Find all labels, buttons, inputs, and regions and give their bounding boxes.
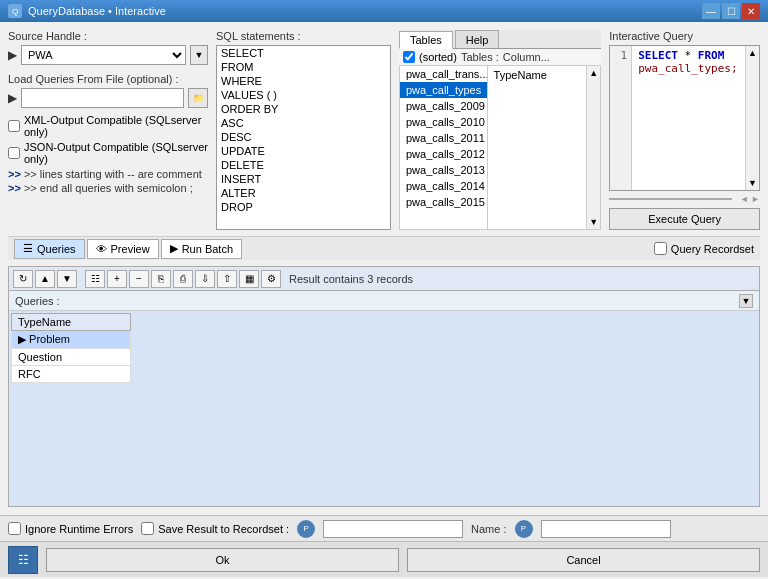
sql-item-asc[interactable]: ASC <box>217 116 390 130</box>
left-panel: Source Handle : ▶ PWA ▼ Load Queries Fro… <box>8 30 208 230</box>
filter-btn[interactable]: ▦ <box>239 270 259 288</box>
query-scroll-bar[interactable]: ▲ ▼ <box>745 46 759 190</box>
json-checkbox[interactable] <box>8 147 20 159</box>
scroll-down[interactable]: ▼ <box>589 217 598 227</box>
export-btn[interactable]: ⇩ <box>195 270 215 288</box>
down-btn[interactable]: ▼ <box>57 270 77 288</box>
info-text1: >> lines starting with -- are comment <box>24 168 202 180</box>
table-item-pwa-calls-2010[interactable]: pwa_calls_2010 <box>400 114 487 130</box>
save-result-section: Save Result to Recordset : <box>141 522 289 535</box>
cell-typename: RFC <box>12 366 131 383</box>
results-section: ↻ ▲ ▼ ☷ + − ⎘ ⎙ ⇩ ⇧ ▦ ⚙ Result contains … <box>8 266 760 507</box>
ok-button[interactable]: Ok <box>46 548 399 572</box>
tab-help[interactable]: Help <box>455 30 500 48</box>
settings-btn[interactable]: ⚙ <box>261 270 281 288</box>
close-button[interactable]: ✕ <box>742 3 760 19</box>
table-item-pwa-call-types[interactable]: pwa_call_types <box>400 82 487 98</box>
tab-queries[interactable]: ☰ Queries <box>14 239 85 259</box>
query-scroll-indicator: ◄ ► <box>740 194 760 204</box>
results-data-area: TypeName ▶ Problem Question RFC <box>9 311 759 506</box>
line-number-1: 1 <box>614 49 627 62</box>
sql-item-desc[interactable]: DESC <box>217 130 390 144</box>
name-input[interactable] <box>541 520 671 538</box>
table-item-pwa-call-trans[interactable]: pwa_call_trans... <box>400 66 487 82</box>
query-scroll-down[interactable]: ▼ <box>746 176 759 190</box>
load-arrow-icon: ▶ <box>8 91 17 105</box>
sql-item-where[interactable]: WHERE <box>217 74 390 88</box>
sql-item-delete[interactable]: DELETE <box>217 158 390 172</box>
cancel-button[interactable]: Cancel <box>407 548 760 572</box>
top-section: Source Handle : ▶ PWA ▼ Load Queries Fro… <box>8 30 760 230</box>
table-row[interactable]: RFC <box>12 366 131 383</box>
action-icon-area[interactable]: ☷ <box>8 546 38 574</box>
cell-typename: Question <box>12 349 131 366</box>
col-header-typename[interactable]: TypeName <box>12 314 131 331</box>
sql-item-select[interactable]: SELECT <box>217 46 390 60</box>
delete-btn[interactable]: − <box>129 270 149 288</box>
scroll-bar[interactable]: ▲ ▼ <box>586 66 600 229</box>
table-item-pwa-calls-2015[interactable]: pwa_calls_2015 <box>400 194 487 210</box>
tab-preview[interactable]: 👁 Preview <box>87 239 159 259</box>
query-scroll-up[interactable]: ▲ <box>746 46 759 60</box>
table-item-pwa-calls-2011[interactable]: pwa_calls_2011 <box>400 130 487 146</box>
keyword-select: SELECT <box>638 49 678 62</box>
table-row[interactable]: Question <box>12 349 131 366</box>
query-text-area[interactable]: SELECT * FROM pwa_call_types; <box>632 46 745 190</box>
table-row[interactable]: ▶ Problem <box>12 331 131 349</box>
tables-list[interactable]: pwa_call_trans... pwa_call_types pwa_cal… <box>400 66 487 229</box>
table-item-pwa-calls-2013[interactable]: pwa_calls_2013 <box>400 162 487 178</box>
refresh-btn[interactable]: ↻ <box>13 270 33 288</box>
table-item-pwa-calls-2012[interactable]: pwa_calls_2012 <box>400 146 487 162</box>
sql-item-update[interactable]: UPDATE <box>217 144 390 158</box>
save-result-icon-btn[interactable]: P <box>297 520 315 538</box>
col-header-column[interactable]: Column... <box>503 51 550 63</box>
sorted-label: (sorted) <box>419 51 457 63</box>
sql-statements-panel: SQL statements : SELECT FROM WHERE VALUE… <box>216 30 391 230</box>
grid-btn[interactable]: ☷ <box>85 270 105 288</box>
xml-checkbox[interactable] <box>8 120 20 132</box>
info-line1: >> >> lines starting with -- are comment <box>8 168 208 180</box>
paste-btn[interactable]: ⎙ <box>173 270 193 288</box>
query-recordset-checkbox[interactable] <box>654 242 667 255</box>
source-arrow-icon: ▶ <box>8 48 17 62</box>
table-item-pwa-calls-2009[interactable]: pwa_calls_2009 <box>400 98 487 114</box>
minimize-button[interactable]: — <box>702 3 720 19</box>
import-btn[interactable]: ⇧ <box>217 270 237 288</box>
tab-tables[interactable]: Tables <box>399 31 453 49</box>
tab-run-batch[interactable]: ▶ Run Batch <box>161 239 242 259</box>
json-checkbox-label: JSON-Output Compatible (SQLserver only) <box>24 141 208 165</box>
name-icon-btn[interactable]: P <box>515 520 533 538</box>
queries-scroll-btn[interactable]: ▼ <box>739 294 753 308</box>
save-result-checkbox[interactable] <box>141 522 154 535</box>
source-handle-select[interactable]: PWA <box>21 45 186 65</box>
file-browse-btn[interactable]: 📁 <box>188 88 208 108</box>
action-bar: ☷ Ok Cancel <box>0 541 768 577</box>
add-btn[interactable]: + <box>107 270 127 288</box>
col-header-tables[interactable]: Tables : <box>461 51 499 63</box>
load-queries-input[interactable] <box>21 88 184 108</box>
maximize-button[interactable]: ☐ <box>722 3 740 19</box>
up-btn[interactable]: ▲ <box>35 270 55 288</box>
tables-tabs: Tables Help <box>399 30 601 49</box>
source-dropdown-btn[interactable]: ▼ <box>190 45 208 65</box>
xml-checkbox-row: XML-Output Compatible (SQLserver only) <box>8 114 208 138</box>
results-toolbar: ↻ ▲ ▼ ☷ + − ⎘ ⎙ ⇩ ⇧ ▦ ⚙ Result contains … <box>9 267 759 291</box>
query-star: * <box>685 49 698 62</box>
execute-query-button[interactable]: Execute Query <box>609 208 760 230</box>
ignore-errors-checkbox[interactable] <box>8 522 21 535</box>
save-result-label: Save Result to Recordset : <box>158 523 289 535</box>
sql-item-orderby[interactable]: ORDER BY <box>217 102 390 116</box>
scroll-up[interactable]: ▲ <box>589 68 598 78</box>
sql-item-from[interactable]: FROM <box>217 60 390 74</box>
sql-statements-list[interactable]: SELECT FROM WHERE VALUES ( ) ORDER BY AS… <box>216 45 391 230</box>
sql-item-drop[interactable]: DROP <box>217 200 390 214</box>
table-item-pwa-calls-2014[interactable]: pwa_calls_2014 <box>400 178 487 194</box>
copy-btn[interactable]: ⎘ <box>151 270 171 288</box>
sorted-checkbox[interactable] <box>403 51 415 63</box>
window-title: QueryDatabase • Interactive <box>28 5 166 17</box>
save-result-input[interactable] <box>323 520 463 538</box>
sql-item-alter[interactable]: ALTER <box>217 186 390 200</box>
sql-item-values[interactable]: VALUES ( ) <box>217 88 390 102</box>
query-recordset-label-text: Query Recordset <box>671 243 754 255</box>
sql-item-insert[interactable]: INSERT <box>217 172 390 186</box>
